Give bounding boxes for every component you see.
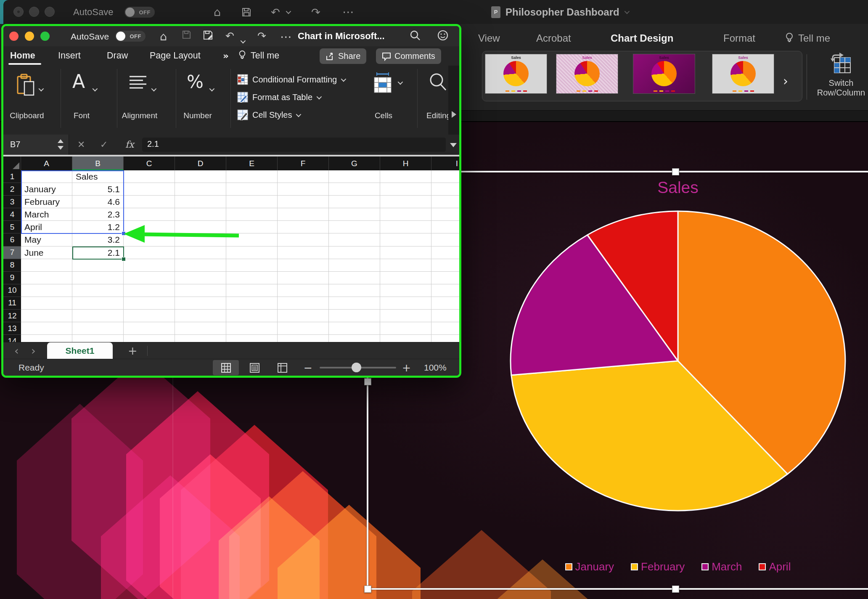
- cell-D4[interactable]: [175, 208, 226, 221]
- name-box[interactable]: B7: [3, 135, 69, 155]
- minimize-button[interactable]: [25, 32, 34, 41]
- cell-H11[interactable]: [380, 297, 431, 310]
- tab-home[interactable]: Home: [10, 50, 35, 61]
- row-header-5[interactable]: 5: [3, 221, 21, 233]
- row-header-10[interactable]: 10: [3, 284, 21, 297]
- tab-draw[interactable]: Draw: [107, 50, 128, 61]
- zoom-button-inactive[interactable]: [45, 7, 55, 17]
- redo-icon[interactable]: ↷: [311, 0, 320, 24]
- cell-H7[interactable]: [380, 246, 431, 259]
- cell-G1[interactable]: [329, 170, 380, 183]
- cell-E11[interactable]: [226, 297, 278, 310]
- cell-C7[interactable]: [124, 246, 175, 259]
- cell-A6[interactable]: May: [21, 233, 72, 246]
- column-header-F[interactable]: F: [278, 156, 329, 170]
- tab-page-layout[interactable]: Page Layout: [150, 50, 201, 61]
- cell-B6[interactable]: 3.2: [72, 233, 124, 246]
- number-format-icon[interactable]: %: [187, 72, 204, 92]
- page-break-view-icon[interactable]: [278, 363, 287, 375]
- tab-insert[interactable]: Insert: [58, 50, 81, 61]
- add-sheet-icon[interactable]: +: [128, 344, 138, 357]
- feedback-smiley-icon[interactable]: [437, 30, 448, 43]
- chart-style-thumbnail-3[interactable]: Sales: [633, 54, 695, 94]
- save-icon[interactable]: [241, 0, 251, 24]
- cell-E6[interactable]: [226, 233, 278, 246]
- cancel-entry-icon[interactable]: ✕: [77, 139, 85, 150]
- chart-title[interactable]: Sales: [573, 178, 783, 197]
- close-button-inactive[interactable]: [13, 7, 24, 17]
- active-cell-fill-handle[interactable]: [122, 257, 126, 261]
- cell-A12[interactable]: [21, 310, 72, 322]
- cell-G5[interactable]: [329, 221, 380, 233]
- chart-style-thumbnail-1[interactable]: Sales: [485, 54, 547, 94]
- cell-E2[interactable]: [226, 183, 278, 196]
- insert-function-icon[interactable]: fx: [125, 139, 134, 150]
- formula-bar-expand-icon[interactable]: [450, 143, 457, 147]
- cell-A9[interactable]: [21, 272, 72, 284]
- cell-A11[interactable]: [21, 297, 72, 310]
- font-icon[interactable]: A: [72, 71, 85, 92]
- column-header-D[interactable]: D: [175, 156, 226, 170]
- cell-H2[interactable]: [380, 183, 431, 196]
- tab-tell-me[interactable]: Tell me: [798, 32, 830, 44]
- cell-F14[interactable]: [278, 335, 329, 342]
- legend-item-february[interactable]: February: [631, 560, 685, 573]
- chart-handle-bottom[interactable]: [672, 586, 679, 593]
- cell-I2[interactable]: [431, 183, 459, 196]
- cell-G6[interactable]: [329, 233, 380, 246]
- spreadsheet-grid[interactable]: ABCDEFGHI 1Sales2January5.13February4.64…: [3, 156, 459, 342]
- ribbon-expand-icon[interactable]: [452, 111, 456, 118]
- chart-style-thumbnail-4[interactable]: Sales: [712, 54, 774, 94]
- zoom-in-icon[interactable]: +: [402, 362, 411, 374]
- chart-handle-corner[interactable]: [364, 586, 371, 593]
- cell-B8[interactable]: [72, 259, 124, 272]
- cell-F6[interactable]: [278, 233, 329, 246]
- cell-D12[interactable]: [175, 310, 226, 322]
- cell-I14[interactable]: [431, 335, 459, 342]
- prev-sheet-icon[interactable]: ‹: [14, 344, 19, 357]
- redo-icon[interactable]: ↷: [257, 30, 266, 42]
- cell-G2[interactable]: [329, 183, 380, 196]
- row-header-7[interactable]: 7: [3, 246, 21, 259]
- chart-selection-bottom[interactable]: [367, 588, 868, 590]
- legend-item-march[interactable]: March: [701, 560, 742, 573]
- cell-G3[interactable]: [329, 196, 380, 208]
- cell-A10[interactable]: [21, 284, 72, 297]
- minimize-button-inactive[interactable]: [29, 7, 39, 17]
- cells-button[interactable]: [372, 72, 394, 96]
- cell-F1[interactable]: [278, 170, 329, 183]
- cell-E8[interactable]: [226, 259, 278, 272]
- row-header-4[interactable]: 4: [3, 208, 21, 221]
- cell-A13[interactable]: [21, 322, 72, 335]
- cell-G9[interactable]: [329, 272, 380, 284]
- tab-format[interactable]: Format: [723, 32, 755, 44]
- cell-C4[interactable]: [124, 208, 175, 221]
- cell-F11[interactable]: [278, 297, 329, 310]
- cell-A14[interactable]: [21, 335, 72, 342]
- home-icon[interactable]: ⌂: [160, 30, 167, 43]
- more-commands-icon[interactable]: ⋯: [280, 30, 292, 44]
- paste-button[interactable]: [16, 73, 35, 98]
- cell-G4[interactable]: [329, 208, 380, 221]
- formula-input[interactable]: 2.1: [142, 138, 446, 152]
- column-header-I[interactable]: I: [431, 156, 459, 170]
- cell-E3[interactable]: [226, 196, 278, 208]
- cell-E14[interactable]: [226, 335, 278, 342]
- select-all-corner[interactable]: [3, 156, 21, 170]
- cell-I7[interactable]: [431, 246, 459, 259]
- cell-I4[interactable]: [431, 208, 459, 221]
- cell-C8[interactable]: [124, 259, 175, 272]
- cell-D6[interactable]: [175, 233, 226, 246]
- cell-C14[interactable]: [124, 335, 175, 342]
- cell-C13[interactable]: [124, 322, 175, 335]
- ppt-autosave-toggle[interactable]: OFF: [124, 0, 155, 24]
- chart-handle-left[interactable]: [364, 378, 371, 385]
- comments-button[interactable]: Comments: [376, 48, 441, 64]
- gallery-next-icon[interactable]: ›: [783, 74, 788, 88]
- cell-A7[interactable]: June: [21, 246, 72, 259]
- cell-I10[interactable]: [431, 284, 459, 297]
- undo-dropdown-icon[interactable]: [286, 0, 290, 24]
- cell-H9[interactable]: [380, 272, 431, 284]
- chart-style-thumbnail-2[interactable]: Sales: [556, 54, 618, 94]
- cell-D5[interactable]: [175, 221, 226, 233]
